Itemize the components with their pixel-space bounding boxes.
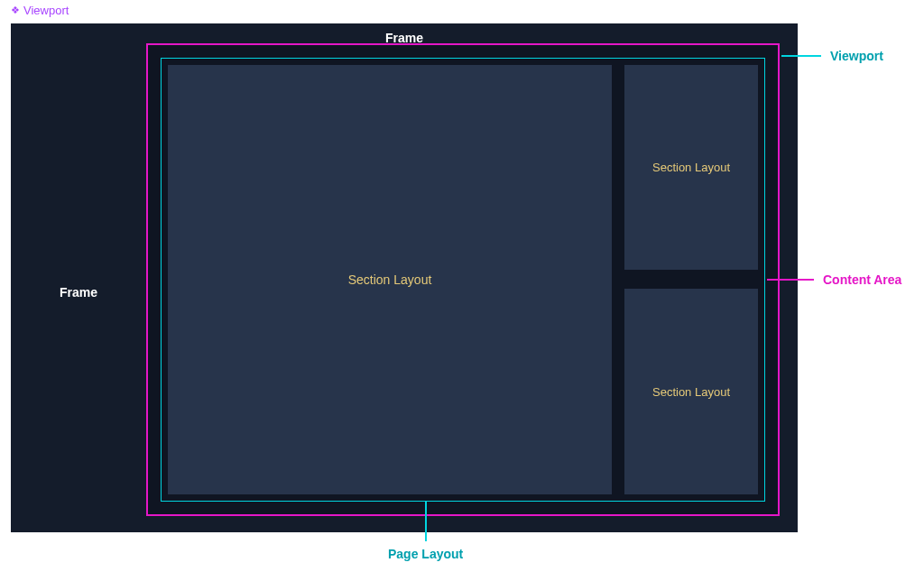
viewport-callout-label: Viewport — [830, 49, 883, 63]
callout-line — [781, 55, 821, 57]
viewport-callout: Viewport — [781, 49, 883, 63]
section-right1-label: Section Layout — [652, 161, 730, 174]
diamond-icon: ❖ — [11, 5, 20, 16]
page-layout-callout-label: Page Layout — [388, 547, 463, 561]
section-main-label: Section Layout — [348, 272, 432, 287]
content-area-callout-label: Content Area — [823, 272, 901, 287]
header-label: ❖ Viewport — [11, 4, 69, 17]
callout-line — [425, 502, 427, 541]
section-layout-main: Section Layout — [168, 65, 612, 494]
section-layout-right-2: Section Layout — [624, 289, 758, 494]
frame-left-label: Frame — [11, 52, 146, 532]
content-area-callout: Content Area — [767, 272, 901, 287]
section-right2-label: Section Layout — [652, 385, 730, 399]
page-layout-callout: Page Layout — [388, 502, 463, 561]
header-text: Viewport — [23, 4, 69, 17]
callout-line — [767, 279, 814, 281]
section-layout-right-1: Section Layout — [624, 65, 758, 270]
